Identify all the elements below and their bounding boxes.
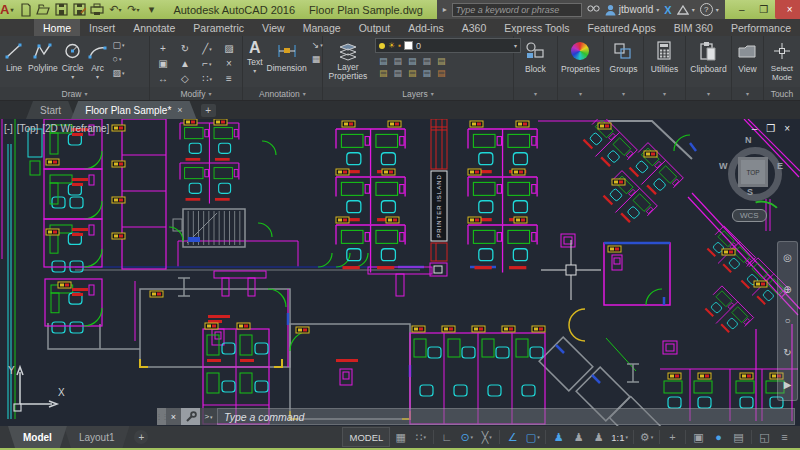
block-button[interactable]: Block bbox=[514, 36, 557, 87]
infocenter-collapse-icon[interactable]: ▸ bbox=[443, 5, 447, 14]
line-button[interactable]: Line bbox=[2, 38, 26, 74]
snap-mode-toggle[interactable]: ▦ bbox=[391, 428, 410, 446]
hatch-tool[interactable]: ▨▾ bbox=[113, 66, 125, 79]
tab-home[interactable]: Home bbox=[34, 19, 80, 36]
zoom-tool[interactable]: ○ bbox=[784, 315, 790, 326]
close-icon[interactable]: × bbox=[177, 105, 182, 115]
plot-button[interactable] bbox=[89, 2, 105, 17]
view-controls-menu[interactable]: [Top] bbox=[17, 123, 39, 134]
steering-wheel-tool[interactable]: ◎ bbox=[783, 252, 792, 263]
pan-tool[interactable]: ⊕ bbox=[783, 284, 791, 295]
scale-tool[interactable]: ◇ bbox=[174, 71, 196, 86]
text-button[interactable]: AText▾ bbox=[245, 38, 265, 75]
model-space-toggle[interactable]: MODEL bbox=[342, 427, 390, 447]
viewport-restore-button[interactable]: ❐ bbox=[766, 123, 775, 134]
isolate-objects[interactable]: ▣ bbox=[689, 428, 708, 446]
arc-button[interactable]: Arc▾ bbox=[86, 38, 110, 81]
command-line-close-button[interactable]: × bbox=[166, 408, 181, 425]
polyline-button[interactable]: Polyline bbox=[26, 38, 60, 74]
panel-view-expand[interactable]: ▾ bbox=[732, 87, 763, 100]
panel-block-expand[interactable]: ▾ bbox=[514, 87, 557, 100]
viewport-minimize-button[interactable]: – bbox=[752, 123, 758, 134]
layer-select-dropdown[interactable]: ☀▪0▾ bbox=[375, 38, 521, 53]
drawing-viewport[interactable]: PRINTER ISLAND [-] [Top] [2D Wireframe] … bbox=[0, 119, 800, 426]
tab-featured-apps[interactable]: Featured Apps bbox=[578, 19, 664, 36]
new-layout-button[interactable]: + bbox=[134, 430, 148, 444]
minimize-button[interactable]: – bbox=[731, 0, 753, 19]
new-file-button[interactable] bbox=[17, 2, 33, 17]
tab-a360[interactable]: A360 bbox=[453, 19, 496, 36]
object-snap-toggle[interactable]: ▢▾ bbox=[523, 428, 542, 446]
clipboard-button[interactable]: Clipboard bbox=[686, 36, 731, 87]
annotation-panel-label[interactable]: Annotation▾ bbox=[243, 87, 322, 100]
viewcube-east[interactable]: E bbox=[777, 161, 783, 171]
system-variable-monitor[interactable]: ▤ bbox=[729, 428, 748, 446]
show-motion-tool[interactable]: ▶ bbox=[784, 379, 792, 390]
properties-button[interactable]: Properties bbox=[558, 36, 603, 87]
copy-tool[interactable]: ▣ bbox=[152, 56, 174, 71]
viewcube[interactable]: N W E S TOP WCS bbox=[722, 137, 788, 229]
polar-tracking-toggle[interactable]: ⊙▾ bbox=[457, 428, 476, 446]
move-tool[interactable]: + bbox=[152, 41, 174, 56]
redo-button[interactable]: ↷▾ bbox=[125, 2, 141, 17]
layer-tool-b-2-button[interactable]: ▤ bbox=[408, 68, 417, 78]
annotation-monitor[interactable]: + bbox=[663, 428, 682, 446]
workspace-switching[interactable]: ⚙▾ bbox=[637, 428, 656, 446]
orbit-tool[interactable]: ↻ bbox=[783, 347, 791, 358]
select-mode-button[interactable]: Select Mode bbox=[764, 36, 800, 87]
maximize-button[interactable]: ❐ bbox=[753, 0, 775, 19]
tab-view[interactable]: View bbox=[253, 19, 294, 36]
close-button[interactable]: × bbox=[775, 0, 800, 19]
layer-tool-b-0-button[interactable]: ▤ bbox=[379, 68, 388, 78]
dimension-button[interactable]: Dimension bbox=[265, 38, 309, 74]
panel-groups-expand[interactable]: ▾ bbox=[604, 87, 643, 100]
recent-commands-button[interactable]: >▾ bbox=[200, 408, 217, 425]
save-as-button[interactable] bbox=[71, 2, 87, 17]
ortho-mode-toggle[interactable]: ∟ bbox=[437, 428, 456, 446]
layer-tool-4-button[interactable]: ▤ bbox=[437, 56, 446, 66]
tab-insert[interactable]: Insert bbox=[80, 19, 124, 36]
table-tool[interactable]: ▦ bbox=[312, 52, 323, 65]
file-tab-start[interactable]: Start bbox=[26, 101, 75, 119]
view-button[interactable]: View bbox=[732, 36, 763, 87]
graphics-performance[interactable]: ● bbox=[709, 428, 728, 446]
new-drawing-button[interactable]: + bbox=[201, 104, 216, 117]
annotation-scale[interactable]: 1:1▾ bbox=[609, 428, 630, 446]
command-input[interactable] bbox=[217, 408, 795, 425]
tab-add-ins[interactable]: Add-ins bbox=[399, 19, 453, 36]
layout-tab-model[interactable]: Model bbox=[8, 426, 67, 448]
grid-display-toggle[interactable]: ∷▾ bbox=[411, 428, 430, 446]
object-snap-tracking-toggle[interactable]: ∠ bbox=[503, 428, 522, 446]
rotate-tool[interactable]: ↻ bbox=[174, 41, 196, 56]
annotation-visibility-toggle[interactable]: ♟ bbox=[549, 428, 568, 446]
offset-tool[interactable]: ≡ bbox=[218, 71, 240, 86]
groups-button[interactable]: Groups bbox=[604, 36, 643, 87]
modify-panel-label[interactable]: Modify▾ bbox=[150, 87, 242, 100]
open-button[interactable] bbox=[35, 2, 51, 17]
panel-utilities-expand[interactable]: ▾ bbox=[644, 87, 685, 100]
layers-panel-label[interactable]: Layers▾ bbox=[323, 87, 513, 100]
viewcube-north[interactable]: N bbox=[745, 135, 752, 145]
utilities-button[interactable]: Utilities bbox=[644, 36, 685, 87]
tab-output[interactable]: Output bbox=[350, 19, 400, 36]
leader-tool[interactable]: ↘▾ bbox=[312, 38, 323, 51]
customization-menu[interactable]: ≡ bbox=[775, 428, 794, 446]
command-line-customize-button[interactable] bbox=[181, 408, 200, 425]
viewcube-west[interactable]: W bbox=[719, 161, 728, 171]
layer-tool-2-button[interactable]: ▤ bbox=[408, 56, 417, 66]
layer-tool-3-button[interactable]: ▤ bbox=[423, 56, 432, 66]
tab-parametric[interactable]: Parametric bbox=[184, 19, 253, 36]
exchange-apps-icon[interactable]: X bbox=[664, 4, 671, 16]
trim-tool[interactable]: ╱▾ bbox=[196, 41, 218, 56]
application-menu-button[interactable]: A▾ bbox=[0, 0, 13, 19]
erase-tool[interactable]: ▨ bbox=[218, 41, 240, 56]
ellipse-tool[interactable]: ○▾ bbox=[113, 52, 125, 65]
help-button[interactable]: ? ▾ bbox=[700, 3, 719, 16]
array-tool[interactable]: ∷▾ bbox=[196, 71, 218, 86]
file-tab-floor-plan-sample-[interactable]: Floor Plan Sample*× bbox=[71, 101, 196, 119]
draw-panel-label[interactable]: Draw▾ bbox=[0, 87, 149, 100]
undo-button[interactable]: ↶▾ bbox=[107, 2, 123, 17]
viewport-close-button[interactable]: × bbox=[784, 123, 790, 134]
floor-plan-drawing[interactable]: PRINTER ISLAND bbox=[0, 119, 800, 426]
tab-bim-360[interactable]: BIM 360 bbox=[665, 19, 722, 36]
